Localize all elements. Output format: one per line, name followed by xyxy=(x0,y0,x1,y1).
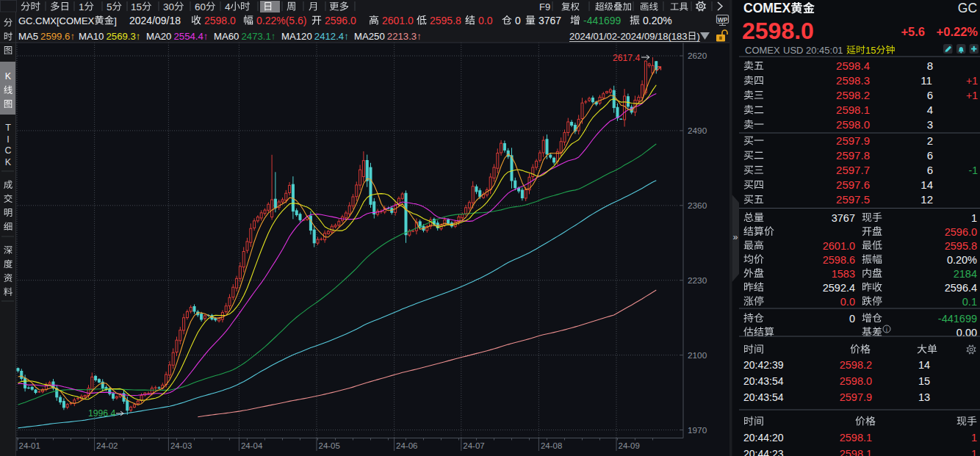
svg-text:-441699: -441699 xyxy=(938,313,977,325)
svg-text:15: 15 xyxy=(865,45,876,56)
svg-text:2597.6: 2597.6 xyxy=(836,178,870,191)
svg-text:2592.4: 2592.4 xyxy=(823,282,855,294)
svg-text:K: K xyxy=(5,157,12,167)
svg-text:24-04: 24-04 xyxy=(241,441,263,450)
svg-text:2230: 2230 xyxy=(688,275,707,286)
svg-text:+1: +1 xyxy=(966,75,978,87)
svg-text:2490: 2490 xyxy=(688,126,707,136)
svg-text:-441699: -441699 xyxy=(583,15,621,26)
svg-text:2598.4: 2598.4 xyxy=(836,59,870,72)
svg-text:15: 15 xyxy=(131,1,142,12)
svg-text:11: 11 xyxy=(920,74,932,87)
svg-text:15: 15 xyxy=(918,375,930,387)
svg-text:2598.1: 2598.1 xyxy=(840,432,872,444)
svg-text:WP: WP xyxy=(718,16,728,23)
svg-text:2617.4: 2617.4 xyxy=(613,53,640,63)
svg-text:2598.0: 2598.0 xyxy=(836,118,870,131)
svg-text:2599.6↑: 2599.6↑ xyxy=(40,31,75,42)
svg-text:2598.2: 2598.2 xyxy=(836,89,870,101)
svg-text:1: 1 xyxy=(971,448,977,456)
svg-text:2597.8: 2597.8 xyxy=(836,149,870,162)
svg-text:2596.0: 2596.0 xyxy=(325,15,356,26)
svg-text:24-05: 24-05 xyxy=(319,441,340,450)
svg-text:24-06: 24-06 xyxy=(396,441,417,450)
svg-text:2100: 2100 xyxy=(688,350,707,361)
svg-text:14: 14 xyxy=(920,178,933,191)
svg-text:MA10: MA10 xyxy=(79,31,104,42)
svg-text:24-07: 24-07 xyxy=(463,441,484,450)
svg-text:8: 8 xyxy=(927,59,933,72)
svg-text:3: 3 xyxy=(927,118,933,131)
svg-text:60: 60 xyxy=(195,1,206,12)
svg-text:3767: 3767 xyxy=(538,15,561,26)
svg-text:6: 6 xyxy=(927,164,933,176)
svg-text:COMEX: COMEX xyxy=(745,45,780,56)
svg-text:I: I xyxy=(7,134,9,145)
svg-text:14: 14 xyxy=(918,359,930,371)
svg-text:C: C xyxy=(5,145,12,156)
svg-text:GC.CMX[COMEX: GC.CMX[COMEX xyxy=(18,15,95,26)
svg-text:2597.9: 2597.9 xyxy=(836,134,870,147)
svg-text:2601.0: 2601.0 xyxy=(823,240,855,252)
svg-text:1970: 1970 xyxy=(688,425,707,435)
svg-text:2569.3↑: 2569.3↑ xyxy=(107,31,141,42)
svg-text:2597.5: 2597.5 xyxy=(836,193,870,206)
svg-text:13: 13 xyxy=(918,391,930,403)
svg-text:1: 1 xyxy=(79,1,84,12)
svg-text:): ) xyxy=(697,31,700,42)
svg-text:0.1: 0.1 xyxy=(962,296,977,308)
svg-text:2184: 2184 xyxy=(954,268,977,280)
svg-text:2595.8: 2595.8 xyxy=(430,15,461,26)
svg-text:2598.3: 2598.3 xyxy=(836,74,870,87)
svg-text:»: » xyxy=(733,232,738,242)
svg-text:2597.9: 2597.9 xyxy=(840,391,872,403)
svg-text:0.22%(5.6): 0.22%(5.6) xyxy=(256,15,306,26)
svg-text:0.20%: 0.20% xyxy=(947,254,977,266)
svg-text:24-08: 24-08 xyxy=(541,441,562,450)
svg-text:+5.6: +5.6 xyxy=(901,25,925,38)
svg-text:2360: 2360 xyxy=(688,200,707,211)
svg-text:MA20: MA20 xyxy=(146,31,171,42)
svg-text:24-03: 24-03 xyxy=(170,441,192,450)
svg-text:2: 2 xyxy=(927,134,933,147)
svg-text:30: 30 xyxy=(163,1,174,12)
svg-text:+0.22%: +0.22% xyxy=(937,25,979,38)
svg-text:2598.2: 2598.2 xyxy=(840,359,872,371)
svg-text:4: 4 xyxy=(927,104,933,116)
svg-text:2620: 2620 xyxy=(688,51,707,61)
svg-text:20:44:23: 20:44:23 xyxy=(743,448,784,456)
svg-text:20:45:01: 20:45:01 xyxy=(806,45,843,56)
svg-text:-1: -1 xyxy=(969,164,979,176)
svg-text:3767: 3767 xyxy=(832,212,855,224)
svg-text:0.20%: 0.20% xyxy=(643,15,672,26)
svg-text:0.0: 0.0 xyxy=(840,296,855,308)
svg-text:0: 0 xyxy=(849,313,855,325)
svg-text:MA250: MA250 xyxy=(354,31,385,42)
svg-text:T: T xyxy=(5,123,11,133)
svg-text:24-02: 24-02 xyxy=(96,441,118,450)
svg-text:2598.1: 2598.1 xyxy=(840,448,872,456)
svg-text:24-09: 24-09 xyxy=(619,441,640,450)
svg-text:6: 6 xyxy=(927,89,933,101)
svg-text:MA120: MA120 xyxy=(281,31,312,42)
svg-text:0.0: 0.0 xyxy=(478,15,493,26)
svg-text:]: ] xyxy=(114,15,117,26)
svg-text:2598.0: 2598.0 xyxy=(840,375,872,387)
svg-text:F9: F9 xyxy=(539,1,550,12)
svg-text:1583: 1583 xyxy=(832,268,855,280)
svg-text:20:44:20: 20:44:20 xyxy=(743,432,784,444)
svg-text:MA60: MA60 xyxy=(214,31,239,42)
svg-text:MA5: MA5 xyxy=(18,31,38,42)
svg-text:2598.6: 2598.6 xyxy=(823,254,855,266)
svg-text:2473.1↑: 2473.1↑ xyxy=(242,31,276,42)
svg-text:2597.7: 2597.7 xyxy=(836,164,870,176)
svg-text:2598.0: 2598.0 xyxy=(742,18,814,44)
svg-text:2024/01/02-2024/09/18(183: 2024/01/02-2024/09/18(183 xyxy=(569,31,687,42)
svg-text:2596.0: 2596.0 xyxy=(945,226,977,238)
svg-text:20:43:54: 20:43:54 xyxy=(743,375,784,387)
svg-text:20:42:39: 20:42:39 xyxy=(743,359,784,371)
svg-text:2595.8: 2595.8 xyxy=(945,240,977,252)
svg-text:2554.4↑: 2554.4↑ xyxy=(174,31,209,42)
svg-text:1: 1 xyxy=(971,432,977,444)
svg-text:5: 5 xyxy=(107,1,112,12)
